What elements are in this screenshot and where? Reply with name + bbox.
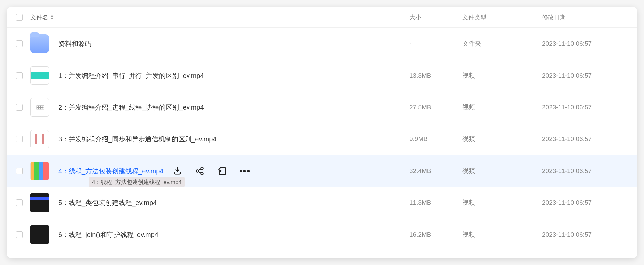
type-cell: 视频 — [462, 167, 542, 175]
name-cell: 1：并发编程介绍_串行_并行_并发的区别_ev.mp4 — [30, 66, 409, 85]
filename-tooltip: 4：线程_方法包装创建线程_ev.mp4 — [89, 177, 185, 187]
type-cell: 文件夹 — [462, 39, 542, 48]
row-checkbox-cell — [16, 72, 30, 79]
row-checkbox-cell — [16, 40, 30, 47]
file-name-label[interactable]: 资料和源码 — [58, 39, 91, 48]
date-cell: 2023-11-10 06:57 — [542, 231, 628, 238]
save-to-icon[interactable] — [218, 166, 227, 176]
table-row[interactable]: 4：线程_方法包装创建线程_ev.mp4 ••• 32.4MB 视频 2023-… — [7, 155, 637, 187]
file-name-label[interactable]: 5：线程_类包装创建线程_ev.mp4 — [58, 198, 157, 207]
share-icon[interactable] — [195, 166, 204, 176]
file-name-label[interactable]: 3：并发编程介绍_同步和异步通信机制的区别_ev.mp4 — [58, 135, 216, 144]
size-cell: 16.2MB — [409, 231, 462, 238]
date-cell: 2023-11-10 06:57 — [542, 40, 628, 47]
row-checkbox[interactable] — [16, 168, 23, 174]
file-thumbnail-icon — [30, 98, 49, 117]
file-thumbnail-icon — [30, 66, 49, 85]
row-checkbox-cell — [16, 168, 30, 174]
table-row[interactable]: 2：并发编程介绍_进程_线程_协程的区别_ev.mp4 27.5MB 视频 20… — [7, 91, 637, 123]
name-cell: 资料和源码 — [30, 34, 409, 53]
size-cell: 27.5MB — [409, 104, 462, 111]
row-checkbox[interactable] — [16, 231, 23, 238]
table-row[interactable]: 6：线程_join()和守护线程_ev.mp4 16.2MB 视频 2023-1… — [7, 219, 637, 250]
row-checkbox-cell — [16, 199, 30, 206]
download-icon[interactable] — [173, 166, 182, 176]
date-cell: 2023-11-10 06:57 — [542, 135, 628, 143]
date-cell: 2023-11-10 06:57 — [542, 104, 628, 111]
type-cell: 视频 — [462, 198, 542, 207]
file-thumbnail-icon — [30, 193, 49, 212]
column-header-name[interactable]: 文件名 — [30, 13, 409, 21]
row-checkbox[interactable] — [16, 136, 23, 142]
date-cell: 2023-11-10 06:57 — [542, 72, 628, 79]
file-name-label[interactable]: 1：并发编程介绍_串行_并行_并发的区别_ev.mp4 — [58, 71, 204, 80]
table-row[interactable]: 3：并发编程介绍_同步和异步通信机制的区别_ev.mp4 9.9MB 视频 20… — [7, 123, 637, 155]
type-cell: 视频 — [462, 230, 542, 239]
size-cell: 32.4MB — [409, 167, 462, 175]
column-header-size[interactable]: 大小 — [409, 13, 462, 21]
column-header-date[interactable]: 修改日期 — [542, 13, 628, 21]
type-cell: 视频 — [462, 103, 542, 112]
file-thumbnail-icon — [30, 225, 49, 244]
name-cell: 6：线程_join()和守护线程_ev.mp4 — [30, 225, 409, 244]
size-cell: 9.9MB — [409, 135, 462, 143]
size-cell: - — [409, 40, 462, 47]
file-name-label[interactable]: 6：线程_join()和守护线程_ev.mp4 — [58, 230, 158, 239]
more-icon[interactable]: ••• — [240, 166, 249, 176]
type-cell: 视频 — [462, 135, 542, 143]
row-checkbox[interactable] — [16, 40, 23, 47]
column-header-name-label: 文件名 — [30, 13, 48, 21]
name-cell: 5：线程_类包装创建线程_ev.mp4 — [30, 193, 409, 212]
row-checkbox[interactable] — [16, 199, 23, 206]
row-checkbox[interactable] — [16, 72, 23, 79]
size-cell: 13.8MB — [409, 72, 462, 79]
sort-icon — [50, 15, 54, 20]
type-cell: 视频 — [462, 71, 542, 80]
table-row[interactable]: 1：并发编程介绍_串行_并行_并发的区别_ev.mp4 13.8MB 视频 20… — [7, 60, 637, 91]
column-header-type[interactable]: 文件类型 — [462, 13, 542, 21]
row-checkbox[interactable] — [16, 104, 23, 111]
file-name-label[interactable]: 2：并发编程介绍_进程_线程_协程的区别_ev.mp4 — [58, 103, 204, 112]
file-thumbnail-icon — [30, 130, 49, 148]
select-all-cell — [16, 14, 30, 21]
file-name-label[interactable]: 4：线程_方法包装创建线程_ev.mp4 — [58, 167, 163, 176]
rows-container: 资料和源码 - 文件夹 2023-11-10 06:57 1：并发编程介绍_串行… — [7, 28, 637, 250]
table-row[interactable]: 资料和源码 - 文件夹 2023-11-10 06:57 — [7, 28, 637, 60]
file-thumbnail-icon — [30, 162, 49, 180]
file-list-panel: 文件名 大小 文件类型 修改日期 资料和源码 - 文件夹 2023-11-10 … — [7, 7, 637, 258]
file-thumbnail-icon — [30, 34, 49, 53]
name-cell: 4：线程_方法包装创建线程_ev.mp4 ••• — [30, 162, 409, 180]
row-checkbox-cell — [16, 231, 30, 238]
date-cell: 2023-11-10 06:57 — [542, 167, 628, 175]
name-cell: 2：并发编程介绍_进程_线程_协程的区别_ev.mp4 — [30, 98, 409, 117]
name-cell: 3：并发编程介绍_同步和异步通信机制的区别_ev.mp4 — [30, 130, 409, 148]
row-checkbox-cell — [16, 104, 30, 111]
date-cell: 2023-11-10 06:57 — [542, 199, 628, 206]
row-checkbox-cell — [16, 136, 30, 142]
table-row[interactable]: 5：线程_类包装创建线程_ev.mp4 11.8MB 视频 2023-11-10… — [7, 187, 637, 219]
select-all-checkbox[interactable] — [16, 14, 23, 21]
size-cell: 11.8MB — [409, 199, 462, 206]
row-actions: ••• — [173, 166, 263, 176]
table-header: 文件名 大小 文件类型 修改日期 — [7, 7, 637, 28]
